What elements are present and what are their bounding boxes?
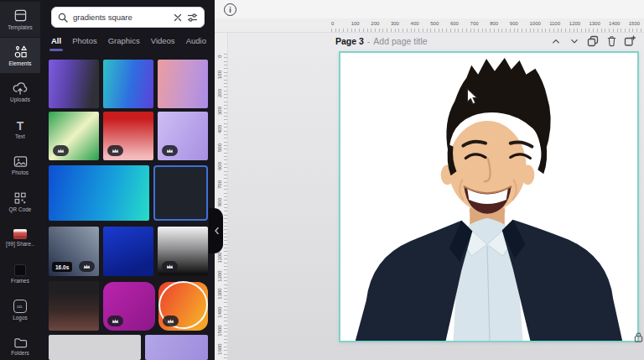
pro-badge — [79, 261, 95, 272]
sidebar-item-share[interactable]: [99] Share.. — [0, 220, 40, 255]
sidebar-item-elements[interactable]: Elements — [0, 38, 40, 73]
gradient-tile[interactable] — [158, 112, 208, 160]
gradient-tile[interactable] — [145, 335, 208, 360]
duration-badge: 16.0s — [52, 262, 72, 272]
design-page[interactable] — [339, 51, 639, 342]
sidebar-item-label: Logos — [13, 315, 28, 321]
ruler-label: 1400 — [217, 302, 222, 322]
crown-icon — [166, 263, 174, 269]
sidebar-item-folders[interactable]: Folders — [0, 328, 40, 360]
sidebar-item-label: Text — [15, 133, 25, 139]
gradient-tile[interactable] — [49, 165, 149, 221]
pro-badge — [162, 145, 178, 156]
gradient-tile[interactable] — [49, 335, 141, 360]
photos-icon — [13, 155, 28, 168]
video-tile[interactable]: 16.0s — [49, 227, 99, 276]
pro-badge — [107, 145, 123, 156]
gradient-tile[interactable] — [103, 112, 153, 160]
collapse-panel-button[interactable] — [209, 208, 223, 253]
info-icon[interactable]: i — [224, 3, 236, 16]
ruler-label: 400 — [217, 119, 222, 139]
sidebar-item-qr-code[interactable]: QR Code — [0, 184, 40, 219]
ruler-label: 1600 — [217, 339, 222, 359]
filter-icon[interactable] — [187, 13, 198, 23]
ruler-label: 500 — [430, 21, 439, 26]
ruler-label: 700 — [217, 175, 222, 195]
elements-icon — [13, 44, 28, 59]
elements-panel: All Photos Graphics Videos Audio 16.0s — [40, 0, 215, 360]
duplicate-page-button[interactable] — [586, 34, 600, 48]
ruler-label: 800 — [490, 21, 498, 26]
page-header: Page 3 - Add page title — [335, 34, 428, 49]
sidebar-item-label: [99] Share.. — [6, 241, 34, 247]
tab-videos[interactable]: Videos — [151, 36, 175, 49]
crown-icon — [112, 148, 119, 154]
move-page-down-button[interactable] — [568, 34, 581, 48]
crown-icon — [57, 148, 65, 154]
sidebar-item-label: Photos — [12, 170, 29, 175]
circle-outline — [154, 276, 213, 333]
crown-icon — [167, 318, 174, 324]
ruler-ticks — [331, 29, 644, 32]
sidebar-item-templates[interactable]: Templates — [0, 2, 40, 37]
gradient-tile[interactable] — [103, 227, 153, 276]
sidebar-item-frames[interactable]: Frames — [0, 256, 40, 291]
ruler-label: 1200 — [217, 266, 222, 286]
gradient-tile[interactable] — [49, 112, 99, 160]
gradient-tile-selected[interactable] — [153, 165, 208, 221]
gradient-tile[interactable] — [103, 282, 155, 331]
sidebar-item-text[interactable]: T Text — [0, 112, 40, 147]
chevron-down-icon — [572, 40, 577, 43]
search-icon — [58, 13, 68, 23]
search-input[interactable] — [73, 13, 169, 22]
page-title-input[interactable]: Add page title — [373, 36, 427, 46]
gradient-tile[interactable] — [103, 60, 153, 108]
gradient-tile[interactable] — [158, 60, 208, 108]
sidebar: Templates Elements Uploads T Text Photos… — [0, 0, 40, 360]
canvas-topbar: i — [215, 0, 644, 18]
ruler-label: 1500 — [629, 21, 640, 26]
sidebar-item-label: Elements — [8, 60, 31, 66]
trash-icon — [606, 35, 617, 47]
gradient-tile[interactable] — [158, 227, 208, 276]
tab-photos[interactable]: Photos — [72, 36, 97, 49]
duplicate-icon — [587, 35, 599, 47]
ruler-label: 600 — [217, 156, 222, 176]
vertical-ruler: 0100200300400500600700800900100011001200… — [215, 33, 228, 360]
sidebar-item-logos[interactable]: co. Logos — [0, 292, 40, 327]
sidebar-item-uploads[interactable]: Uploads — [0, 74, 40, 109]
pro-badge — [163, 316, 179, 326]
ruler-label: 0 — [217, 46, 222, 66]
result-tabs: All Photos Graphics Videos Audio — [51, 34, 210, 50]
page-title-separator: - — [367, 36, 371, 46]
tab-graphics[interactable]: Graphics — [108, 36, 140, 49]
ruler-label: 300 — [391, 21, 399, 26]
crown-icon — [112, 318, 119, 324]
gradient-tile[interactable] — [49, 281, 99, 331]
ruler-label: 1300 — [217, 284, 222, 304]
page-label: Page 3 — [335, 36, 364, 46]
sidebar-item-label: Uploads — [10, 97, 30, 102]
pro-badge — [53, 145, 69, 156]
tab-audio[interactable]: Audio — [186, 36, 206, 49]
photo-person[interactable] — [340, 53, 637, 341]
logos-glyph: co. — [17, 304, 23, 309]
lock-icon[interactable] — [634, 331, 643, 346]
add-page-button[interactable] — [623, 34, 636, 48]
gradient-tile[interactable] — [49, 60, 99, 108]
add-page-icon — [624, 35, 636, 47]
gradient-tile[interactable] — [158, 282, 208, 331]
ruler-label: 100 — [217, 65, 222, 85]
ruler-label: 1000 — [530, 21, 541, 26]
move-page-up-button[interactable] — [549, 34, 563, 48]
chevron-up-icon — [553, 40, 558, 43]
ruler-label: 100 — [351, 21, 360, 26]
share-thumbnail — [13, 229, 27, 239]
sidebar-item-label: Folders — [11, 350, 29, 356]
sidebar-item-photos[interactable]: Photos — [0, 148, 40, 183]
tab-all[interactable]: All — [51, 36, 61, 49]
text-icon: T — [17, 120, 24, 132]
delete-page-button[interactable] — [605, 34, 618, 48]
crown-icon — [83, 263, 91, 269]
clear-search-icon[interactable] — [174, 13, 182, 22]
